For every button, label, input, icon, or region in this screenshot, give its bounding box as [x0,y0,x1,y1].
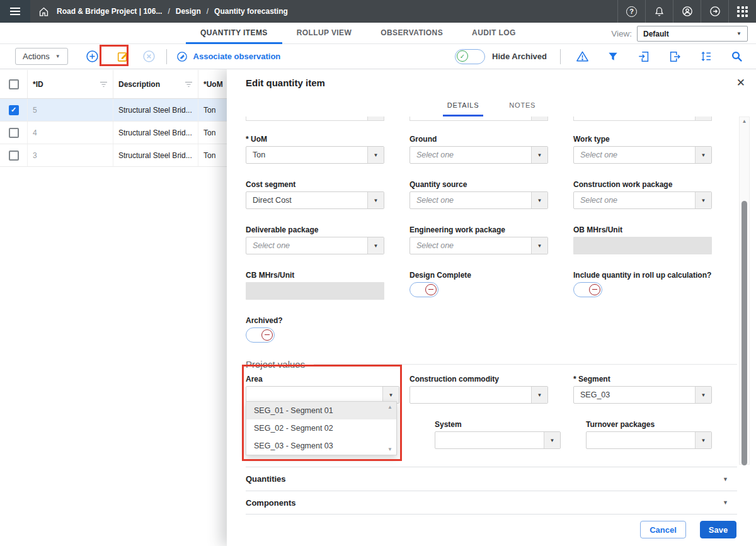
minus-circle-icon [589,284,600,295]
filter-button[interactable] [605,48,621,65]
row-checkbox[interactable] [9,128,19,138]
notifications-bell-icon[interactable] [645,0,673,23]
area-option[interactable]: SEG_01 - Segment 01 [246,402,396,419]
breadcrumb-section[interactable]: Design [176,7,201,16]
modal-scrollbar[interactable]: ▲ [739,117,750,465]
filter-icon[interactable] [185,81,193,88]
section-quantities[interactable]: Quantities ▼ [246,467,737,491]
scrollbar-thumb[interactable] [742,201,747,465]
filter-icon[interactable] [100,81,108,88]
save-button[interactable]: Save [700,521,736,538]
caret-down-icon: ▼ [695,147,711,163]
construction-work-package-label: Construction work package [573,180,712,189]
cost-segment-select[interactable]: Direct Cost ▼ [246,191,384,209]
edit-quantity-item-modal: Edit quantity item ✕ DETAILS NOTES * UoM… [227,69,756,546]
export-icon [668,50,682,64]
quantity-items-table: *ID Description *UoM ✓ 5 Structural Stee… [0,70,227,546]
modal-tab-details[interactable]: DETAILS [443,99,484,117]
archived-toggle[interactable] [246,327,275,343]
engineering-work-package-label: Engineering work package [410,225,548,234]
cell-description: Structural Steel Brid... [113,99,198,121]
app-grid-icon[interactable] [728,0,756,23]
actions-button[interactable]: Actions ▼ [15,48,68,65]
work-type-select[interactable]: Select one ▼ [573,146,712,164]
remove-circle-icon [142,49,156,64]
construction-commodity-select[interactable]: ▼ [410,386,548,404]
turnover-packages-select[interactable]: ▼ [586,431,712,449]
search-button[interactable] [728,48,745,65]
sign-out-icon[interactable] [701,0,728,23]
home-icon[interactable] [30,0,57,23]
clipped-fields-row [246,117,712,121]
select-all-checkbox[interactable] [9,79,19,89]
column-header-uom[interactable]: *UoM [203,80,223,89]
cb-mhrs-unit-label: CB MHrs/Unit [246,271,384,280]
filter-funnel-icon [607,50,619,63]
attach-icon [176,50,188,63]
search-icon [730,50,743,63]
tab-quantity-items[interactable]: QUANTITY ITEMS [186,23,282,44]
add-item-button[interactable] [84,48,101,65]
cell-uom: Ton [198,122,227,144]
associate-observation-button[interactable]: Associate observation [176,50,281,63]
design-complete-label: Design Complete [410,271,548,280]
caret-down-icon: ▼ [723,476,728,482]
table-row[interactable]: 3 Structural Steel Brid... Ton [0,144,227,167]
section-components[interactable]: Components ▼ [246,491,737,515]
user-account-icon[interactable] [673,0,701,23]
clipped-field [246,117,384,121]
segment-select[interactable]: SEG_03 ▼ [573,386,712,404]
clipped-field [573,117,712,121]
hide-archived-label: Hide Archived [492,52,547,61]
breadcrumb-page[interactable]: Quantity forecasting [214,7,288,16]
tab-audit-log[interactable]: AUDIT LOG [457,23,530,44]
view-select[interactable]: Default ▼ [637,26,748,42]
check-circle-icon: ✓ [457,50,468,62]
column-header-id[interactable]: *ID [33,80,43,89]
row-height-button[interactable] [697,48,714,65]
edit-item-button[interactable] [115,48,131,65]
import-button[interactable] [636,48,652,65]
table-row[interactable]: 4 Structural Steel Brid... Ton [0,122,227,144]
scroll-down-icon[interactable]: ▼ [387,446,392,452]
tab-observations[interactable]: OBSERVATIONS [366,23,457,44]
edit-pencil-icon [116,50,130,64]
deliverable-package-select[interactable]: Select one ▼ [246,237,384,254]
hamburger-menu-icon[interactable] [0,0,30,23]
scroll-up-icon[interactable]: ▲ [740,118,749,124]
modal-tab-notes[interactable]: NOTES [505,99,540,117]
area-option[interactable]: SEG_02 - Segment 02 [246,419,396,437]
area-label: Area [246,375,399,384]
cell-description: Structural Steel Brid... [113,144,198,166]
breadcrumb-project[interactable]: Road & Bridge Project | 106... [57,7,162,16]
uom-select[interactable]: Ton ▼ [246,146,384,164]
construction-work-package-select[interactable]: Select one ▼ [573,191,712,209]
caret-down-icon: ▼ [367,147,384,163]
ground-select[interactable]: Select one ▼ [410,146,548,164]
engineering-work-package-select[interactable]: Select one ▼ [410,237,548,254]
column-header-description[interactable]: Description [118,80,160,89]
caret-down-icon: ▼ [367,237,384,254]
export-button[interactable] [667,48,683,65]
help-icon[interactable]: ? [617,0,645,23]
cell-description: Structural Steel Brid... [113,122,198,144]
hide-archived-toggle[interactable]: ✓ [455,49,485,64]
delete-item-button-disabled[interactable] [141,48,158,65]
table-row[interactable]: ✓ 5 Structural Steel Brid... Ton [0,99,227,122]
close-icon[interactable]: ✕ [736,76,745,89]
include-quantity-label: Include quantity in roll up calculation? [573,271,712,280]
scroll-up-icon[interactable]: ▲ [387,404,392,410]
quantity-source-select[interactable]: Select one ▼ [410,191,548,209]
include-quantity-toggle[interactable] [573,282,602,297]
tab-rollup-view[interactable]: ROLLUP VIEW [282,23,367,44]
system-select[interactable]: ▼ [435,431,561,449]
caret-down-icon: ▼ [544,432,560,448]
cancel-button[interactable]: Cancel [640,521,686,538]
clipped-field [410,117,548,121]
warnings-button[interactable] [574,48,590,65]
row-checkbox[interactable]: ✓ [9,105,19,115]
area-option[interactable]: SEG_03 - Segment 03 [246,437,396,455]
import-icon [637,50,651,64]
row-checkbox[interactable] [9,151,19,161]
design-complete-toggle[interactable] [410,282,438,297]
